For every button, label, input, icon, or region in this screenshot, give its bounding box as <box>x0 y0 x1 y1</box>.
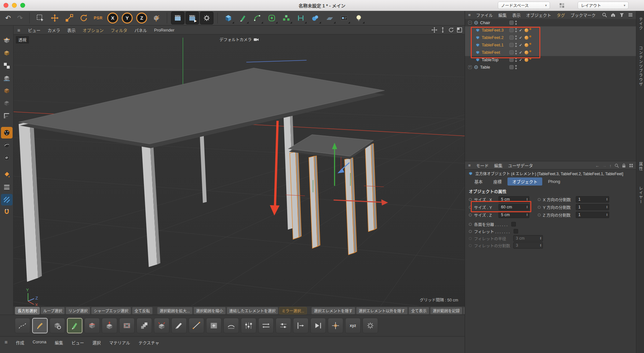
menu-edit[interactable]: 編集 <box>55 339 63 346</box>
grid-panel-icon[interactable] <box>629 163 633 168</box>
mirror-selection-button[interactable]: ミラー選択... <box>279 307 307 314</box>
menu-view2[interactable]: ビュー <box>71 339 84 346</box>
fillet-checkbox[interactable] <box>514 229 518 234</box>
points-mode-button[interactable] <box>1 127 13 138</box>
viewport-3d[interactable]: Y Z X 透視 デフォルトカメラ グリッド間隔 : 50 cm <box>14 34 465 306</box>
keyframe-dot[interactable] <box>469 230 472 233</box>
layer-tag-icon[interactable] <box>509 28 514 32</box>
history-forward-button[interactable]: → <box>602 163 607 168</box>
enabled-check-icon[interactable]: ✓ <box>518 35 523 40</box>
minimize-window-button[interactable] <box>12 3 17 8</box>
object-name[interactable]: TableFeet.2 <box>482 35 504 40</box>
seg-y-input[interactable]: 1 ▲▼ <box>576 204 609 210</box>
object-name[interactable]: TableFeet.3 <box>482 28 504 33</box>
om-menu-edit[interactable]: 編集 <box>498 12 507 18</box>
menu-options[interactable]: オプション <box>83 27 104 33</box>
stepper-icon[interactable]: ▲▼ <box>526 198 528 201</box>
texture-paint-button[interactable] <box>1 169 13 180</box>
close-hole-button[interactable] <box>206 318 222 333</box>
stepper-icon[interactable]: ▲▼ <box>526 213 528 216</box>
xyz-axis-button[interactable]: xyz <box>345 318 361 333</box>
metaball-button[interactable] <box>308 12 322 24</box>
make-editable-button[interactable] <box>1 35 13 46</box>
om-menu-view[interactable]: 表示 <box>512 12 521 18</box>
phong-tag-icon[interactable] <box>525 36 528 40</box>
am-menu-mode[interactable]: モード <box>476 162 489 168</box>
redo-button[interactable]: ↷ <box>14 12 25 24</box>
om-home-button[interactable] <box>610 12 616 18</box>
keyframe-dot[interactable] <box>469 198 472 201</box>
layer-tag-icon[interactable] <box>509 43 514 47</box>
size-y-input[interactable]: 60 cm ▲▼ <box>498 204 529 210</box>
tree-row-table[interactable]: + Table <box>465 63 636 71</box>
instance-button[interactable] <box>294 12 308 24</box>
object-name[interactable]: TableFeet.1 <box>482 43 504 47</box>
spline-arc-button[interactable] <box>251 12 264 24</box>
menu-material[interactable]: マテリアル <box>109 339 130 346</box>
align-tool-button[interactable] <box>276 318 291 333</box>
tree-row-tabletop[interactable]: TableTop ✓ <box>465 56 636 63</box>
add-cube-button[interactable] <box>222 12 235 24</box>
floor-button[interactable] <box>323 12 336 24</box>
seg-z-input[interactable]: 1 ▲▼ <box>576 212 609 218</box>
stepper-icon[interactable]: ▲▼ <box>526 205 528 209</box>
edges-mode-button[interactable] <box>1 139 13 151</box>
dock-tab-take[interactable]: テイク <box>638 17 643 31</box>
enabled-check-icon[interactable]: ✓ <box>518 50 523 55</box>
chair-legs[interactable] <box>290 144 377 255</box>
keyframe-dot[interactable] <box>469 223 472 226</box>
object-name[interactable]: Chair <box>480 20 490 25</box>
extrude-tool-button[interactable] <box>102 318 117 333</box>
rect-selection-button[interactable]: 長方形選択 <box>15 307 40 314</box>
om-options-button[interactable] <box>627 12 633 18</box>
phong-tag-icon[interactable] <box>525 28 528 32</box>
light-button[interactable] <box>352 12 365 24</box>
object-mode-button[interactable] <box>1 98 13 109</box>
viewport-menu-icon[interactable]: ≡ <box>17 27 20 33</box>
separate-checkbox[interactable] <box>511 222 516 226</box>
stepper-icon[interactable]: ▲▼ <box>606 198 608 201</box>
lock-icon[interactable] <box>622 163 626 168</box>
brush-tool-button[interactable] <box>32 318 48 333</box>
enabled-check-icon[interactable]: ✓ <box>518 58 523 62</box>
visibility-dots-icon[interactable] <box>515 58 517 62</box>
render-settings-button[interactable] <box>200 12 213 24</box>
tree-row-tablefeet2[interactable]: TableFeet.2 ✓ <box>465 34 636 41</box>
menu-filter[interactable]: フィルタ <box>111 27 128 33</box>
tab-phong[interactable]: Phong <box>543 178 565 185</box>
spline-tool-button[interactable] <box>15 318 30 333</box>
y-axis-lock-button[interactable]: Y <box>120 12 134 24</box>
undo-button[interactable]: ↶ <box>3 12 14 24</box>
expand-icon[interactable]: + <box>468 65 472 69</box>
history-back-button[interactable]: ← <box>595 163 600 168</box>
shrink-selection-button[interactable]: 選択範囲を縮小 <box>194 307 226 314</box>
grow-selection-button[interactable]: 選択範囲を拡大... <box>157 307 193 314</box>
visibility-dots-icon[interactable] <box>515 43 517 47</box>
collapse-icon[interactable]: − <box>468 21 472 24</box>
menu-create[interactable]: 作成 <box>16 339 24 346</box>
tree-row-tablefeet1[interactable]: TableFeet.1 ✓ <box>465 41 636 49</box>
uv-mode-button[interactable] <box>1 181 13 193</box>
search-icon[interactable] <box>614 163 619 168</box>
menu-display[interactable]: 表示 <box>67 27 76 33</box>
bevel-tool-button[interactable] <box>84 318 100 333</box>
spline-pen-button[interactable] <box>236 12 250 24</box>
coordinate-system-button[interactable] <box>149 12 163 24</box>
view-type-label[interactable]: 透視 <box>16 36 29 43</box>
camera-label-group[interactable]: デフォルトカメラ <box>219 36 259 43</box>
om-menu-icon[interactable]: ≡ <box>468 13 471 17</box>
move-tool-button[interactable] <box>48 12 62 24</box>
pan-view-button[interactable] <box>431 27 438 33</box>
loop-selection-button[interactable]: ループ選択 <box>41 307 65 314</box>
nodespace-dropdown[interactable]: ノードスペース ▾ <box>498 2 550 9</box>
zoom-view-button[interactable] <box>440 27 446 33</box>
axis-mode-button[interactable] <box>1 85 13 97</box>
gizmo-x-handle[interactable] <box>381 199 388 205</box>
line-cut-button[interactable] <box>189 318 204 333</box>
sharp-edge-selection-button[interactable]: シャープエッジ選択 <box>91 307 131 314</box>
select-connected-button[interactable]: 連結したエレメントを選択 <box>227 307 278 314</box>
menu-select[interactable]: 選択 <box>92 339 101 346</box>
keyframe-dot[interactable] <box>469 214 472 216</box>
invert-all-button[interactable]: 全て反転 <box>132 307 153 314</box>
arrange-tool-button[interactable] <box>293 318 308 333</box>
